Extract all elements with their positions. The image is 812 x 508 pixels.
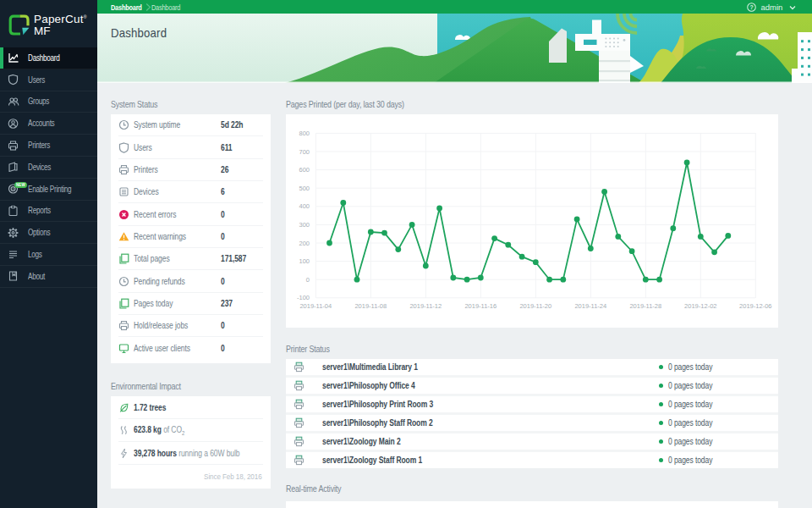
svg-text:2019-11-24: 2019-11-24 — [574, 302, 606, 310]
svg-text:2019-11-20: 2019-11-20 — [519, 302, 551, 310]
svg-text:2019-11-16: 2019-11-16 — [464, 302, 497, 310]
svg-text:2019-11-04: 2019-11-04 — [299, 302, 332, 310]
svg-text:-100: -100 — [297, 294, 310, 301]
svg-text:100: 100 — [299, 257, 310, 265]
svg-text:2019-11-28: 2019-11-28 — [629, 302, 661, 310]
svg-text:600: 600 — [299, 166, 310, 174]
svg-text:800: 800 — [299, 130, 310, 137]
svg-text:700: 700 — [299, 148, 310, 156]
svg-text:?: ? — [750, 3, 754, 9]
svg-text:500: 500 — [299, 185, 310, 192]
svg-text:2019-11-08: 2019-11-08 — [354, 302, 387, 310]
svg-text:2019-12-06: 2019-12-06 — [739, 302, 771, 310]
svg-text:200: 200 — [299, 240, 310, 247]
svg-text:0: 0 — [306, 276, 310, 284]
svg-text:300: 300 — [299, 221, 310, 229]
svg-text:400: 400 — [299, 202, 310, 210]
svg-text:2019-12-02: 2019-12-02 — [684, 302, 716, 310]
svg-text:2019-11-12: 2019-11-12 — [409, 302, 442, 310]
